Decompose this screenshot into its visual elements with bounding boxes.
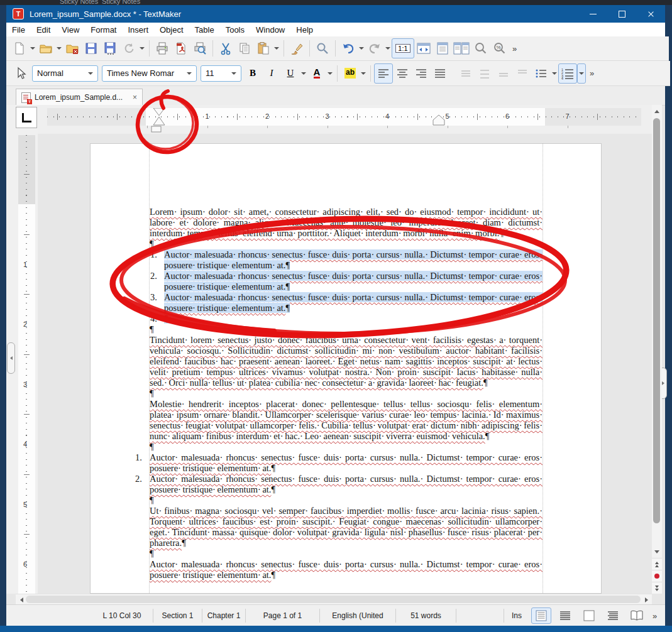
menu-format[interactable]: Format [85,25,122,35]
cursor-position-cell[interactable]: L 10 Col 30 [91,609,153,623]
zoom-level-button[interactable]: % [490,38,509,58]
close-file-button[interactable] [63,38,82,58]
right-indent-marker[interactable] [432,114,445,126]
numbered-list-selected[interactable]: 1.Auctor· malesuada· rhoncus· senectus· … [164,249,543,324]
menu-edit[interactable]: Edit [31,25,56,35]
menu-table[interactable]: Table [189,25,220,35]
view-object-button[interactable] [579,607,599,624]
toolbar-overflow-button[interactable]: » [512,44,517,53]
menu-window[interactable]: Window [250,25,290,35]
align-right-button[interactable] [412,63,431,84]
insert-mode-cell[interactable]: Ins [504,609,529,623]
zoom-button[interactable] [471,38,490,58]
bullet-list-button[interactable] [532,63,551,84]
line-spacing-1-button[interactable] [456,63,475,84]
numbered-list-button[interactable]: 1234 [558,63,577,84]
undo-button[interactable] [339,38,358,58]
font-color-button[interactable]: A [307,63,326,84]
tab-close-icon[interactable]: × [133,93,137,102]
space-before-button[interactable] [494,63,513,84]
scroll-right-button[interactable] [642,596,651,604]
view-standard-button[interactable] [531,607,551,624]
next-page-button[interactable] [652,582,662,594]
statusbar-overflow-button[interactable]: » [653,611,657,621]
underline-button[interactable]: U [281,63,300,84]
document-text[interactable]: Lorem· ipsum· dolor· sit· amet,· consect… [150,207,543,580]
page-number-cell[interactable]: Page 1 of 1 [246,609,320,623]
copy-button[interactable] [235,38,254,58]
format-painter-button[interactable] [287,38,306,58]
highlight-button[interactable]: ab [341,63,360,84]
left-indent-marker[interactable] [151,126,162,133]
menu-insert[interactable]: Insert [122,25,154,35]
paste-dropdown[interactable] [273,39,280,58]
open-dropdown[interactable] [55,39,63,58]
document-tab[interactable]: T Lorem_ipsum_Sample.d... × [16,89,143,106]
new-document-dropdown[interactable] [29,39,36,58]
language-cell[interactable]: English (United [320,609,396,623]
tab-stop-selector[interactable] [16,107,37,128]
minimize-button[interactable] [578,5,607,23]
document-page[interactable]: Lorem· ipsum· dolor· sit· amet,· consect… [90,143,602,594]
formatting-overflow-button[interactable]: » [590,68,594,78]
align-left-button[interactable] [374,63,393,84]
close-button[interactable] [636,5,665,23]
zoom-actual-size-button[interactable]: 1:1 [392,38,414,58]
space-after-button[interactable] [513,63,532,84]
print-preview-button[interactable] [190,38,209,58]
align-center-button[interactable] [393,63,412,84]
maximize-button[interactable] [607,5,636,23]
menu-help[interactable]: Help [290,25,319,35]
menu-file[interactable]: File [6,25,31,35]
menu-tools[interactable]: Tools [220,25,250,35]
line-spacing-15-button[interactable] [475,63,494,84]
view-continuous-button[interactable] [555,607,575,624]
one-page-button[interactable] [433,38,452,58]
highlight-dropdown[interactable] [360,64,367,83]
save-button[interactable] [82,38,101,58]
file-versions-button[interactable] [119,38,138,58]
fit-width-button[interactable] [414,38,433,58]
menu-view[interactable]: View [56,25,85,35]
font-color-dropdown[interactable] [326,64,334,83]
left-sidebar-handle[interactable] [7,342,15,374]
horizontal-scrollbar[interactable] [16,594,652,605]
section-cell[interactable]: Section 1 [153,609,202,623]
paragraph-style-select[interactable]: Normal [32,65,98,82]
search-button[interactable] [313,38,332,58]
first-line-indent-marker[interactable] [152,108,166,126]
redo-button[interactable] [365,38,384,58]
numbered-list-dropdown[interactable] [577,63,586,84]
save-all-button[interactable] [101,38,119,58]
two-pages-button[interactable] [452,38,471,58]
object-mode-button[interactable] [11,63,30,84]
open-button[interactable] [36,38,55,58]
browse-object-button[interactable] [652,570,662,582]
export-pdf-button[interactable] [172,38,190,58]
scroll-up-button[interactable] [652,106,662,116]
horizontal-scrollbar-thumb[interactable] [26,596,641,603]
word-count-cell[interactable]: 51 words [396,609,456,623]
view-book-button[interactable] [627,607,647,624]
underline-dropdown[interactable] [300,64,307,83]
print-button[interactable] [153,38,172,58]
view-draft-button[interactable] [603,607,623,624]
file-versions-dropdown[interactable] [138,39,146,58]
font-size-select[interactable]: 11 [201,65,241,82]
bold-button[interactable]: B [243,63,262,84]
cut-button[interactable] [216,38,235,58]
undo-dropdown[interactable] [358,39,365,58]
vertical-ruler[interactable]: 123456 [18,135,35,594]
font-name-select[interactable]: Times New Romar [102,65,197,82]
horizontal-ruler[interactable]: 1234567 [47,108,641,126]
scroll-left-button[interactable] [17,596,26,604]
vertical-scrollbar[interactable] [652,105,662,594]
previous-page-button[interactable] [652,558,662,570]
menu-object[interactable]: Object [154,25,189,35]
bullet-list-dropdown[interactable] [551,64,558,83]
scroll-down-button[interactable] [652,547,662,557]
vertical-scrollbar-thumb[interactable] [653,118,660,523]
italic-button[interactable]: I [262,63,281,84]
paste-button[interactable] [254,38,273,58]
chapter-cell[interactable]: Chapter 1 [202,609,246,623]
